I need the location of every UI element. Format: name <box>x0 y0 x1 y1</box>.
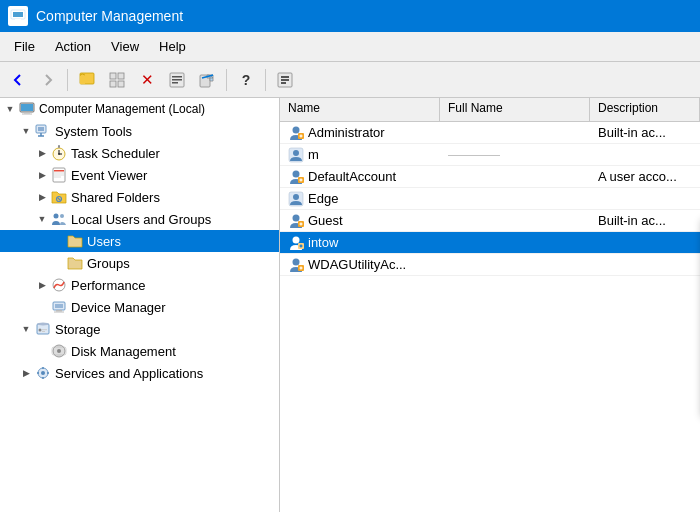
tree-label-services: Services and Applications <box>55 366 203 381</box>
toolbar-help[interactable]: ? <box>232 66 260 94</box>
toolbar-properties[interactable] <box>163 66 191 94</box>
menu-action[interactable]: Action <box>45 35 101 58</box>
services-icon <box>34 364 52 382</box>
tree-label-storage: Storage <box>55 322 101 337</box>
cell-name-guest: Guest <box>280 213 440 229</box>
menu-file[interactable]: File <box>4 35 45 58</box>
name-m: m <box>308 147 319 162</box>
tree-expand-task[interactable] <box>34 145 50 161</box>
performance-icon <box>50 276 68 294</box>
tree-label-perf: Performance <box>71 278 145 293</box>
toolbar-up[interactable] <box>73 66 101 94</box>
svg-point-49 <box>39 329 42 332</box>
menu-view[interactable]: View <box>101 35 149 58</box>
tree-label-shared: Shared Folders <box>71 190 160 205</box>
svg-point-73 <box>293 214 300 221</box>
tree-item-system-tools[interactable]: System Tools <box>0 120 279 142</box>
tree-item-event-viewer[interactable]: Event Viewer <box>0 164 279 186</box>
tree-item-storage[interactable]: Storage <box>0 318 279 340</box>
cell-name-administrator: Administrator <box>280 125 440 141</box>
svg-rect-17 <box>281 79 289 81</box>
svg-point-72 <box>293 194 299 200</box>
tree-expand-events[interactable] <box>34 167 50 183</box>
list-header: Name Full Name Description <box>280 98 700 122</box>
svg-rect-3 <box>13 21 23 22</box>
toolbar-sep-3 <box>265 69 266 91</box>
title-bar: Computer Management <box>0 0 700 32</box>
cell-desc-administrator: Built-in ac... <box>590 125 700 140</box>
tree-label-disk: Disk Management <box>71 344 176 359</box>
tree-item-root[interactable]: Computer Management (Local) <box>0 98 279 120</box>
col-header-desc[interactable]: Description <box>590 98 700 121</box>
svg-rect-35 <box>54 173 64 174</box>
svg-point-53 <box>57 349 61 353</box>
list-row-guest[interactable]: Guest Built-in ac... <box>280 210 700 232</box>
svg-rect-51 <box>42 331 45 332</box>
list-row-m[interactable]: m ———— <box>280 144 700 166</box>
svg-point-48 <box>37 323 49 326</box>
tree-item-performance[interactable]: Performance <box>0 274 279 296</box>
tree-item-groups[interactable]: Groups <box>0 252 279 274</box>
app-title: Computer Management <box>36 8 183 24</box>
svg-rect-45 <box>56 310 62 312</box>
tree-expand-storage[interactable] <box>18 321 34 337</box>
cell-name-intow: intow <box>280 235 440 251</box>
list-row-intow[interactable]: intow <box>280 232 700 254</box>
tree-item-shared-folders[interactable]: Shared Folders <box>0 186 279 208</box>
tree-expand-system-tools[interactable] <box>18 123 34 139</box>
tree-label-groups: Groups <box>87 256 130 271</box>
svg-point-81 <box>293 258 300 265</box>
toolbar-forward[interactable] <box>34 66 62 94</box>
svg-rect-20 <box>21 104 33 111</box>
toolbar-back[interactable] <box>4 66 32 94</box>
tree-expand-perf[interactable] <box>34 277 50 293</box>
col-header-name[interactable]: Name <box>280 98 440 121</box>
tree-expand-root[interactable] <box>2 101 18 117</box>
menu-help[interactable]: Help <box>149 35 196 58</box>
svg-point-61 <box>293 126 300 133</box>
col-header-fullname[interactable]: Full Name <box>440 98 590 121</box>
user-admin-icon-2 <box>288 169 304 185</box>
cell-name-m: m <box>280 147 440 163</box>
tree-expand-services[interactable] <box>18 365 34 381</box>
tree-item-task-scheduler[interactable]: Task Scheduler <box>0 142 279 164</box>
svg-rect-13 <box>172 82 178 84</box>
svg-rect-16 <box>281 76 289 78</box>
tree-expand-disk <box>34 343 50 359</box>
tree-item-users[interactable]: Users <box>0 230 279 252</box>
svg-rect-11 <box>172 76 182 78</box>
tree-expand-device <box>34 299 50 315</box>
tree-item-device-mgr[interactable]: Device Manager <box>0 296 279 318</box>
tree-label-users: Users <box>87 234 121 249</box>
user-admin-icon-4 <box>288 235 304 251</box>
tree-label-device: Device Manager <box>71 300 166 315</box>
toolbar-export[interactable] <box>193 66 221 94</box>
tree-expand-shared[interactable] <box>34 189 50 205</box>
events-icon <box>50 166 68 184</box>
svg-rect-2 <box>15 19 21 21</box>
cell-desc-guest: Built-in ac... <box>590 213 700 228</box>
svg-rect-9 <box>118 81 124 87</box>
svg-point-30 <box>58 153 60 155</box>
toolbar-show[interactable] <box>103 66 131 94</box>
list-row-wdag[interactable]: WDAGUtilityAc... <box>280 254 700 276</box>
svg-rect-34 <box>54 170 64 172</box>
groups-folder-icon <box>66 254 84 272</box>
list-row-edge[interactable]: Edge <box>280 188 700 210</box>
tree-label-lusers: Local Users and Groups <box>71 212 211 227</box>
toolbar-delete[interactable]: ✕ <box>133 66 161 94</box>
toolbar-snap[interactable] <box>271 66 299 94</box>
user-admin-icon-5 <box>288 257 304 273</box>
tree-expand-lusers[interactable] <box>34 211 50 227</box>
tree-item-local-users[interactable]: Local Users and Groups <box>0 208 279 230</box>
tree-item-disk-mgmt[interactable]: Disk Management <box>0 340 279 362</box>
tree-item-services[interactable]: Services and Applications <box>0 362 279 384</box>
main-layout: Computer Management (Local) System Tools <box>0 98 700 512</box>
list-row-defaultaccount[interactable]: DefaultAccount A user acco... <box>280 166 700 188</box>
toolbar: ✕ ? <box>0 62 700 98</box>
cell-fullname-m: ———— <box>440 147 590 162</box>
list-row-administrator[interactable]: Administrator Built-in ac... <box>280 122 700 144</box>
name-intow: intow <box>308 235 338 250</box>
tree-label-root: Computer Management (Local) <box>39 102 205 116</box>
svg-rect-8 <box>110 81 116 87</box>
